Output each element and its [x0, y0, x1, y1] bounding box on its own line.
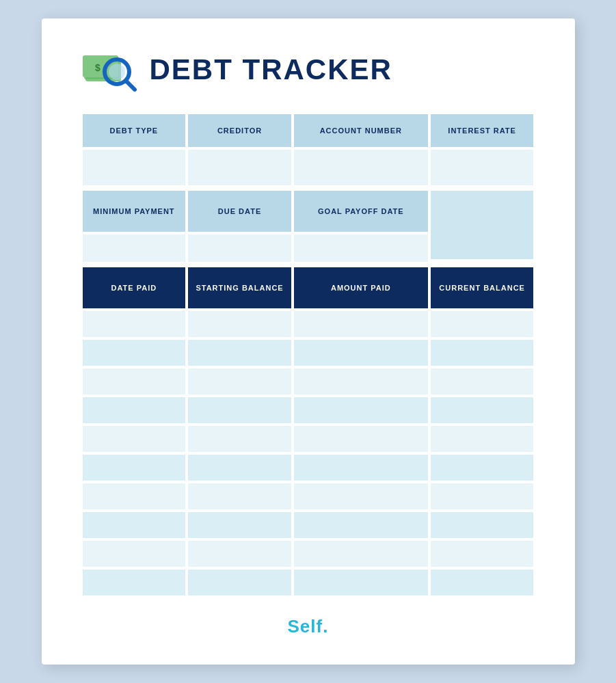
- starting-balance-cell: [188, 311, 291, 337]
- account-number-column: ACCOUNT NUMBER: [294, 114, 428, 185]
- min-payment-value: [83, 235, 186, 262]
- current-balance-cell: [431, 340, 534, 366]
- second-info-row: MINIMUM PAYMENT DUE DATE GOAL PAYOFF DAT…: [83, 191, 534, 262]
- table-row: [83, 455, 534, 481]
- current-balance-header: CURRENT BALANCE: [431, 267, 534, 308]
- account-number-value: [294, 150, 428, 185]
- svg-text:$: $: [95, 62, 101, 73]
- account-number-header: ACCOUNT NUMBER: [294, 114, 428, 147]
- date-paid-cell: [83, 483, 186, 509]
- current-balance-cell: [431, 570, 534, 595]
- date-paid-cell: [83, 512, 186, 538]
- amount-paid-cell: [294, 541, 428, 567]
- brand-label: Self.: [288, 616, 329, 637]
- date-paid-cell: [83, 541, 186, 567]
- debt-type-value: [83, 150, 186, 185]
- current-balance-cell: [431, 397, 534, 423]
- page-title: DEBT TRACKER: [150, 53, 392, 86]
- table-row: [83, 570, 534, 595]
- amount-paid-cell: [294, 311, 428, 337]
- amount-paid-header: AMOUNT PAID: [294, 267, 428, 308]
- starting-balance-cell: [188, 570, 291, 595]
- due-date-value: [188, 235, 291, 262]
- amount-paid-cell: [294, 340, 428, 366]
- starting-balance-cell: [188, 455, 291, 481]
- starting-balance-cell: [188, 340, 291, 366]
- table-row: [83, 426, 534, 452]
- goal-payoff-column: GOAL PAYOFF DATE: [294, 191, 428, 262]
- table-row: [83, 397, 534, 423]
- interest-rate-value: [431, 150, 534, 185]
- min-payment-column: MINIMUM PAYMENT: [83, 191, 186, 262]
- date-paid-cell: [83, 340, 186, 366]
- amount-paid-cell: [294, 455, 428, 481]
- top-info-row: DEBT TYPE CREDITOR ACCOUNT NUMBER INTERE…: [83, 114, 534, 185]
- goal-payoff-value: [294, 235, 428, 262]
- date-paid-cell: [83, 426, 186, 452]
- footer: Self.: [83, 616, 534, 637]
- empty-column: [431, 191, 534, 262]
- table-row: [83, 541, 534, 567]
- starting-balance-cell: [188, 512, 291, 538]
- goal-payoff-header: GOAL PAYOFF DATE: [294, 191, 428, 232]
- current-balance-cell: [431, 483, 534, 509]
- amount-paid-cell: [294, 483, 428, 509]
- due-date-column: DUE DATE: [188, 191, 291, 262]
- starting-balance-cell: [188, 483, 291, 509]
- creditor-value: [188, 150, 291, 185]
- amount-paid-cell: [294, 426, 428, 452]
- starting-balance-header: STARTING BALANCE: [188, 267, 291, 308]
- empty-cell: [431, 191, 534, 259]
- current-balance-cell: [431, 426, 534, 452]
- creditor-header: CREDITOR: [188, 114, 291, 147]
- date-paid-header: DATE PAID: [83, 267, 186, 308]
- logo-icon: $: [83, 46, 137, 94]
- debt-type-column: DEBT TYPE: [83, 114, 186, 185]
- starting-balance-cell: [188, 426, 291, 452]
- table-row: [83, 512, 534, 538]
- amount-paid-cell: [294, 512, 428, 538]
- table-row: [83, 483, 534, 509]
- interest-rate-header: INTEREST RATE: [431, 114, 534, 147]
- header: $ DEBT TRACKER: [83, 46, 534, 94]
- date-paid-cell: [83, 397, 186, 423]
- table-row: [83, 311, 534, 337]
- date-paid-cell: [83, 311, 186, 337]
- starting-balance-cell: [188, 369, 291, 394]
- debt-type-header: DEBT TYPE: [83, 114, 186, 147]
- amount-paid-cell: [294, 570, 428, 595]
- creditor-column: CREDITOR: [188, 114, 291, 185]
- tracker-rows: [83, 311, 534, 595]
- min-payment-header: MINIMUM PAYMENT: [83, 191, 186, 232]
- current-balance-cell: [431, 455, 534, 481]
- table-row: [83, 369, 534, 394]
- current-balance-cell: [431, 541, 534, 567]
- current-balance-cell: [431, 369, 534, 394]
- current-balance-cell: [431, 512, 534, 538]
- page: $ DEBT TRACKER DEBT TYPE CREDITOR ACCOUN…: [42, 18, 575, 665]
- table-row: [83, 340, 534, 366]
- svg-line-5: [126, 81, 135, 90]
- date-paid-cell: [83, 455, 186, 481]
- date-paid-cell: [83, 369, 186, 394]
- starting-balance-cell: [188, 397, 291, 423]
- amount-paid-cell: [294, 397, 428, 423]
- starting-balance-cell: [188, 541, 291, 567]
- svg-point-4: [109, 64, 125, 80]
- current-balance-cell: [431, 311, 534, 337]
- date-paid-cell: [83, 570, 186, 595]
- tracker-header-row: DATE PAID STARTING BALANCE AMOUNT PAID C…: [83, 267, 534, 308]
- interest-rate-column: INTEREST RATE: [431, 114, 534, 185]
- amount-paid-cell: [294, 369, 428, 394]
- due-date-header: DUE DATE: [188, 191, 291, 232]
